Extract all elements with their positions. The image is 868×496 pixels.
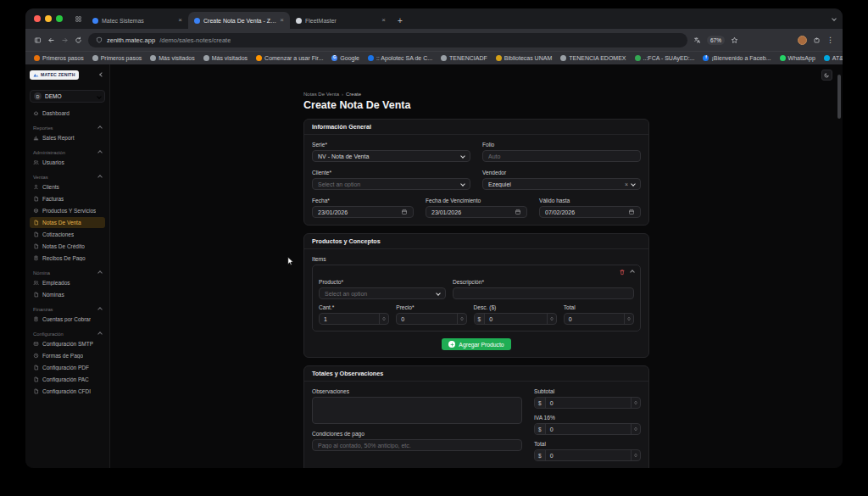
forward-button[interactable] [61,36,69,44]
close-tab-icon[interactable]: × [381,17,386,24]
producto-select[interactable]: Select an option [319,287,446,299]
back-button[interactable] [47,36,55,44]
sidebar-item-notas-de-credito[interactable]: Notas De Crédito [30,241,105,252]
nav-section-finanzas[interactable]: Finanzas [33,307,102,312]
workspace-selector[interactable]: D DEMO [30,90,105,103]
close-tab-icon[interactable]: × [280,17,284,24]
condiciones-input[interactable] [312,439,522,451]
stepper-arrows-icon[interactable] [379,314,388,324]
reload-button[interactable] [75,36,82,44]
collapse-item-icon[interactable] [630,270,635,275]
sidebar-item-empleados[interactable]: Empleados [30,277,105,288]
nav-section-reportes[interactable]: Reportes [33,125,102,131]
bookmark-item[interactable]: TENENCIA EDOMEX [560,55,626,61]
bookmark-item[interactable]: Primeros pasos [92,55,142,61]
sidebar-item-configuracion-smtp[interactable]: Configuración SMTP [30,338,105,349]
sidebar-item-productos-y-servicios[interactable]: Productos Y Servicios [30,205,105,216]
bookmark-item[interactable]: TENENCIADF [441,55,487,61]
nav-section-nomina[interactable]: Nómina [33,270,102,276]
valido-hasta-date-input[interactable]: 07/02/2026 [539,206,641,218]
observaciones-textarea[interactable] [312,397,522,424]
breadcrumb-parent[interactable]: Notas De Venta [303,92,339,97]
sidebar-item-configuracion-cfdi[interactable]: Configuración CFDI [30,386,105,397]
site-shield-icon[interactable] [96,36,103,43]
bookmark-item[interactable]: Más visitados [203,55,248,61]
bookmark-item[interactable]: Más visitados [150,55,194,61]
sidebar-item-notas-de-venta[interactable]: Notas De Venta [30,217,105,228]
profile-avatar[interactable] [798,36,807,45]
new-tab-button[interactable]: + [392,12,409,29]
toggle-sidebar-button[interactable] [34,36,42,44]
sidebar-item-recibos-de-pago[interactable]: Recibos De Pago [30,253,105,264]
nav-section-ventas[interactable]: Ventas [33,175,102,180]
tab-groups-grid-icon[interactable] [70,8,86,29]
vencimiento-date-input[interactable]: 23/01/2026 [426,206,527,218]
bookmark-item[interactable]: Bibliotecas UNAM [496,55,552,61]
bookmark-favicon [92,55,98,61]
descuento-stepper[interactable]: $ 0 [474,313,557,325]
bookmark-item[interactable]: :: Apolotec SA de C... [368,55,432,61]
stepper-arrows-icon[interactable] [457,314,466,324]
tab-search-button[interactable] [832,8,843,29]
stepper-arrows-icon[interactable] [631,450,640,460]
clear-selection-icon[interactable]: × [625,181,628,187]
sidebar-item-configuracion-pdf[interactable]: Configuración PDF [30,362,105,373]
calendar-icon [628,209,635,215]
item-total-stepper[interactable]: 0 [564,313,634,325]
iva-input[interactable]: $ 0 [534,423,641,435]
close-tab-icon[interactable]: × [178,17,182,24]
matec-zenith-logo[interactable]: MATEC ZENITH [30,70,79,80]
zoom-level-badge[interactable]: 67% [707,36,725,45]
vendedor-select[interactable]: Ezequiel × [482,178,641,190]
stepper-arrows-icon[interactable] [631,398,640,408]
fecha-date-input[interactable]: 23/01/2026 [312,206,414,218]
bookmark-item[interactable]: WhatsApp [780,55,815,61]
minimize-window-button[interactable] [45,15,52,22]
sidebar-item-cuentas-por-cobrar[interactable]: Cuentas por Cobrar [30,314,105,325]
cliente-select[interactable]: Select an option [312,178,470,190]
nav-section-configuracion[interactable]: Configuración [33,332,102,337]
sidebar-item-usuarios[interactable]: Usuarios [30,157,105,168]
tab-matec-sistemas[interactable]: Matec Sistemas × [86,12,188,29]
serie-select[interactable]: NV - Nota de Venta [312,150,470,162]
remove-item-button[interactable] [619,269,626,276]
extensions-icon[interactable] [813,36,821,44]
descripcion-input[interactable] [453,287,634,299]
collapse-sidebar-button[interactable] [98,71,105,78]
translate-icon[interactable] [693,36,701,44]
sidebar-item-cotizaciones[interactable]: Cotizaciones [30,229,105,240]
address-bar[interactable]: zenith.matec.app /demo/sales-notes/creat… [88,33,687,47]
sidebar-item-facturas[interactable]: Facturas [30,193,105,204]
bookmark-item[interactable]: Primeros pasos [34,55,84,61]
bookmark-item[interactable]: GGoogle [331,55,359,61]
folio-input[interactable] [482,150,641,162]
browser-menu-button[interactable]: ⋮ [826,36,834,44]
close-window-button[interactable] [34,15,41,22]
sidebar-item-nominas[interactable]: Nóminas [30,289,105,300]
bookmark-item[interactable]: ..:FCA - SUAyED:... [635,55,695,61]
bookmark-item[interactable]: AT&T [824,55,843,61]
stepper-arrows-icon[interactable] [624,314,633,324]
theme-toggle-button[interactable] [821,70,832,81]
total-input[interactable]: $ 0 [534,449,641,461]
nav-section-administracion[interactable]: Administración [33,150,102,155]
page-scrollbar-thumb[interactable] [837,75,841,119]
stepper-arrows-icon[interactable] [631,424,640,434]
tab-create-nota-de-venta[interactable]: Create Nota De Venta - Zenith ERP × [188,12,290,29]
subtotal-input[interactable]: $ 0 [534,397,641,409]
agregar-producto-button[interactable]: Agregar Producto [442,338,510,350]
stepper-arrows-icon[interactable] [547,314,556,324]
cant-stepper[interactable]: 1 [319,313,389,325]
bookmarks-bar: Primeros pasos Primeros pasos Más visita… [25,51,843,64]
bookmark-item[interactable]: f¡Bienvenido a Faceb... [703,55,771,61]
precio-stepper[interactable]: 0 [396,313,466,325]
bookmark-item[interactable]: Comenzar a usar Fir... [256,55,323,61]
sidebar-item-formas-de-pago[interactable]: Formas de Pago [30,350,105,361]
sidebar-item-dashboard[interactable]: Dashboard [30,108,105,119]
sidebar-item-clients[interactable]: Clients [30,181,105,192]
tab-fleetmaster[interactable]: FleetMaster × [290,12,392,29]
fullscreen-window-button[interactable] [56,15,63,22]
sidebar-item-sales-report[interactable]: Sales Report [30,132,105,143]
bookmark-star-icon[interactable] [731,36,738,44]
sidebar-item-configuracion-pac[interactable]: Configuración PAC [30,374,105,385]
